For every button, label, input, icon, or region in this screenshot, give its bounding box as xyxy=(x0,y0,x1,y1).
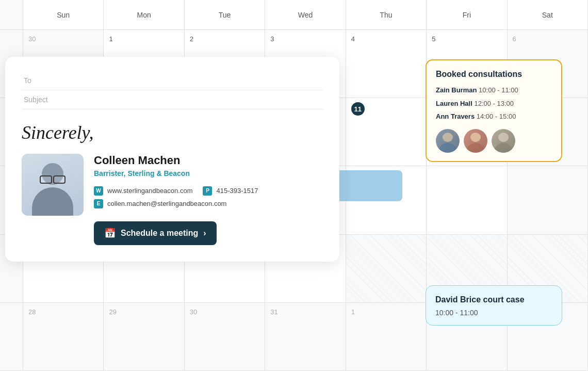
booked-card-title: Booked consultations xyxy=(436,70,552,79)
contact-details: W www.sterlingandbeacon.com P 415-393-15… xyxy=(94,185,323,210)
avatar-2 xyxy=(464,129,487,153)
cal-cell-11: 11 xyxy=(346,98,427,166)
booked-time-3: 14:00 - 15:00 xyxy=(477,112,516,120)
booked-time-2: 12:00 - 13:00 xyxy=(474,100,514,107)
booked-name-3: Ann Travers xyxy=(436,112,475,120)
sincerely-text: Sincerely, xyxy=(22,122,323,143)
booked-consultations-card: Booked consultations Zain Burman 10:00 -… xyxy=(426,59,562,162)
glasses-icon xyxy=(40,175,66,182)
avatar-body-3 xyxy=(494,143,513,153)
email-value: collen.machen@sterlingandbeacon.com xyxy=(107,198,226,209)
cal-cell-30b: 30 xyxy=(185,303,265,371)
booked-name-1: Zain Burman xyxy=(436,86,477,94)
company-name: Sterling & Beacon xyxy=(127,169,190,178)
david-brice-card: David Brice court case 10:00 - 11:00 xyxy=(426,285,562,326)
email-signature-card: To Subject Sincerely, Colleen Machen Bar… xyxy=(5,57,339,262)
cal-cell-19 xyxy=(427,166,507,234)
cal-cell-31: 31 xyxy=(265,303,346,371)
signature-info: Colleen Machen Barrister, Sterling & Bea… xyxy=(94,154,323,245)
cal-cell-29: 29 xyxy=(104,303,184,371)
blue-calendar-event[interactable] xyxy=(330,170,402,201)
to-label: To xyxy=(24,76,31,85)
to-field[interactable]: To xyxy=(22,71,323,90)
person-title: Barrister, Sterling & Beacon xyxy=(94,169,323,178)
cal-header-tue: Tue xyxy=(185,0,265,30)
avatar-3 xyxy=(492,129,515,153)
avatar-head-2 xyxy=(470,133,481,142)
david-card-title: David Brice court case xyxy=(435,295,552,304)
david-card-time: 10:00 - 11:00 xyxy=(435,309,552,317)
cal-header-sun: Sun xyxy=(23,0,104,30)
website-value: www.sterlingandbeacon.com xyxy=(107,185,192,197)
cal-week-5 xyxy=(0,303,23,371)
cal-cell-4: 4 xyxy=(346,30,427,98)
cal-header-thu: Thu xyxy=(346,0,427,30)
avatar-head-1 xyxy=(443,133,453,142)
cal-header-mon: Mon xyxy=(104,0,184,30)
phone-value: 415-393-1517 xyxy=(216,185,258,197)
person-photo xyxy=(22,154,84,216)
title-text: Barrister, xyxy=(94,169,125,178)
schedule-meeting-button[interactable]: 📅 Schedule a meeting › xyxy=(94,221,217,245)
cal-cell-20 xyxy=(508,166,588,234)
booked-time-1: 10:00 - 11:00 xyxy=(479,86,518,94)
arrow-icon: › xyxy=(203,229,206,238)
cal-cell-28: 28 xyxy=(23,303,104,371)
booked-item-2: Lauren Hall 12:00 - 13:00 xyxy=(436,99,552,109)
person-name: Colleen Machen xyxy=(94,154,323,167)
email-row: E collen.machen@sterlingandbeacon.com xyxy=(94,198,323,209)
cal-header-fri: Fri xyxy=(427,0,507,30)
avatar-1 xyxy=(436,129,460,153)
cal-cell-1b: 1 xyxy=(346,303,427,371)
cal-header-sat: Sat xyxy=(508,0,588,30)
website-row: W www.sterlingandbeacon.com P 415-393-15… xyxy=(94,185,323,197)
avatar-head-3 xyxy=(498,133,509,142)
subject-label: Subject xyxy=(24,95,48,104)
signature-row: Colleen Machen Barrister, Sterling & Bea… xyxy=(22,154,323,245)
email-icon: E xyxy=(94,199,103,208)
avatar-body-2 xyxy=(466,143,485,153)
phone-icon: P xyxy=(203,186,212,196)
schedule-btn-label: Schedule a meeting xyxy=(121,229,198,238)
calendar-icon: 📅 xyxy=(104,228,116,239)
cal-cell-25 xyxy=(346,235,427,303)
cal-header-wed: Wed xyxy=(265,0,346,30)
avatar-body-1 xyxy=(438,143,457,153)
website-icon: W xyxy=(94,186,103,196)
avatars-row xyxy=(436,129,552,153)
cal-corner xyxy=(0,0,23,30)
booked-item-3: Ann Travers 14:00 - 15:00 xyxy=(436,111,552,122)
booked-item-1: Zain Burman 10:00 - 11:00 xyxy=(436,85,552,95)
subject-field[interactable]: Subject xyxy=(22,90,323,109)
booked-name-2: Lauren Hall xyxy=(436,100,472,107)
